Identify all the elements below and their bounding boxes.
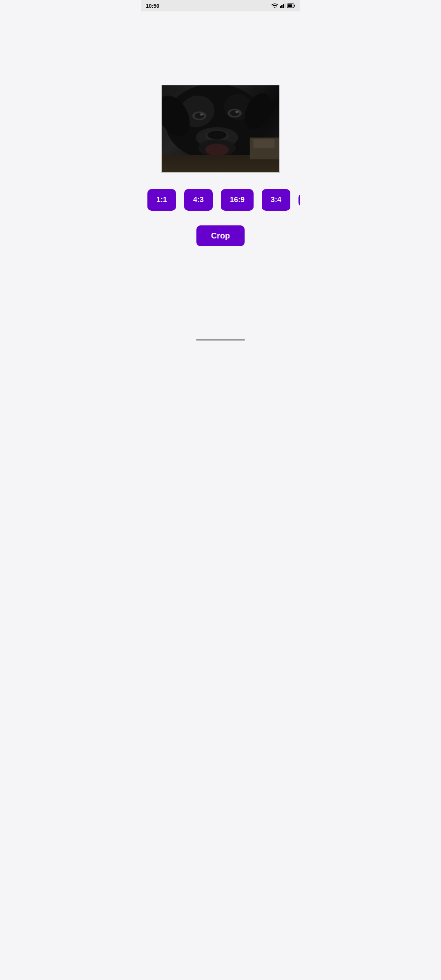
svg-rect-1 [281, 5, 283, 8]
ratio-1-1-button[interactable]: 1:1 [147, 189, 176, 211]
status-time: 10:50 [146, 3, 159, 9]
status-bar: 10:50 [141, 0, 300, 11]
status-icons [272, 3, 295, 8]
svg-rect-0 [280, 6, 281, 8]
ratio-3-4-button[interactable]: 3:4 [262, 189, 290, 211]
signal-icon [280, 3, 285, 8]
bottom-bar [141, 336, 300, 345]
svg-rect-6 [294, 5, 295, 7]
wifi-icon [272, 3, 278, 8]
ratio-16-9-button[interactable]: 16:9 [221, 189, 254, 211]
dog-image-canvas [162, 85, 279, 172]
ratio-extra-button[interactable] [298, 194, 300, 207]
svg-rect-3 [285, 3, 285, 8]
main-content: 1:1 4:3 16:9 3:4 Crop [141, 11, 300, 336]
home-indicator [196, 339, 245, 341]
battery-icon [287, 3, 295, 8]
crop-button[interactable]: Crop [196, 225, 245, 246]
ratio-buttons-row: 1:1 4:3 16:9 3:4 [141, 189, 300, 211]
svg-rect-2 [283, 4, 284, 8]
ratio-4-3-button[interactable]: 4:3 [184, 189, 213, 211]
dog-image-container [161, 85, 280, 173]
svg-rect-5 [288, 4, 292, 7]
